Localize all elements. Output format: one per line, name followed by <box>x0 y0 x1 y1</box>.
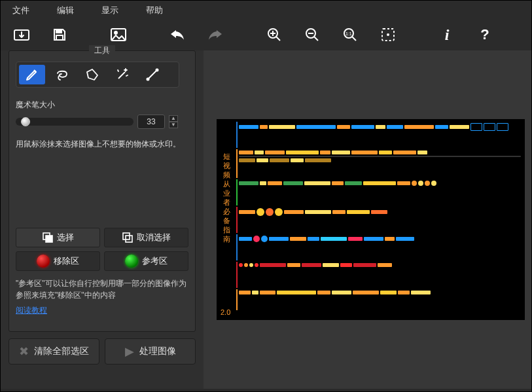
undo-button[interactable] <box>166 26 189 44</box>
zoom-in-button[interactable] <box>262 26 286 44</box>
process-button[interactable]: ▶ 处理图像 <box>105 338 196 365</box>
play-icon: ▶ <box>125 344 134 359</box>
open-button[interactable] <box>10 26 33 44</box>
spin-up[interactable]: ▲ <box>169 115 178 122</box>
save-button[interactable] <box>48 26 71 44</box>
deselect-button[interactable]: 取消选择 <box>104 228 188 247</box>
menu-bar: 文件 编辑 显示 帮助 <box>1 1 531 20</box>
zoom-out-button[interactable] <box>300 26 324 44</box>
svg-rect-16 <box>126 236 132 242</box>
sidebar: 工具 魔术笔大小 <box>1 50 204 389</box>
brush-size-slider[interactable] <box>16 118 133 126</box>
select-label: 选择 <box>57 232 74 243</box>
green-dot-icon <box>125 255 138 268</box>
svg-point-11 <box>147 79 149 80</box>
menu-view[interactable]: 显示 <box>101 5 118 16</box>
clear-all-label: 清除全部选区 <box>34 346 89 357</box>
toolbar: 1:1 i ? <box>1 20 531 50</box>
redo-button[interactable] <box>204 26 227 44</box>
reference-description: "参考区"可以让你自行控制用哪一部分的图像作为参照来填充"移除区"中的内容 <box>16 277 188 301</box>
panel-title: 工具 <box>89 45 115 56</box>
svg-rect-15 <box>123 233 130 240</box>
preview-vtitle: 短视频从业者必备指南 <box>221 152 232 243</box>
svg-point-4 <box>115 31 117 34</box>
deselect-label: 取消选择 <box>137 232 171 243</box>
spin-down[interactable]: ▼ <box>169 122 178 128</box>
menu-edit[interactable]: 编辑 <box>57 5 74 16</box>
select-button[interactable]: 选择 <box>16 228 100 247</box>
svg-rect-14 <box>46 236 52 242</box>
tool-picker <box>16 62 179 88</box>
brush-size-value[interactable]: 33 <box>137 115 165 129</box>
image-button[interactable] <box>107 26 130 44</box>
clear-all-button[interactable]: ✖ 清除全部选区 <box>9 338 99 365</box>
svg-rect-2 <box>56 35 63 40</box>
canvas[interactable]: 短视频从业者必备指南 2.0 <box>204 50 531 389</box>
menu-help[interactable]: 帮助 <box>146 5 163 16</box>
brush-hint: 用鼠标涂抹来选择图像上不想要的物体或水印。 <box>16 138 188 151</box>
lasso-tool[interactable] <box>49 65 75 84</box>
marker-tool[interactable] <box>19 65 45 84</box>
close-icon: ✖ <box>19 344 29 359</box>
zoom-fit-button[interactable] <box>376 26 400 44</box>
svg-point-12 <box>156 69 158 71</box>
polygon-tool[interactable] <box>79 65 105 84</box>
svg-text:1:1: 1:1 <box>346 31 352 36</box>
reference-label: 参考区 <box>142 255 168 267</box>
tools-panel: 工具 魔术笔大小 <box>9 50 196 332</box>
image-preview: 短视频从业者必备指南 2.0 <box>217 119 525 320</box>
red-dot-icon <box>37 255 50 268</box>
tutorial-link[interactable]: 阅读教程 <box>16 305 47 316</box>
brush-size-label: 魔术笔大小 <box>16 99 188 111</box>
help-button[interactable]: ? <box>473 26 497 44</box>
remove-label: 移除区 <box>54 255 79 267</box>
remove-area-button[interactable]: 移除区 <box>16 251 100 271</box>
menu-file[interactable]: 文件 <box>12 5 29 16</box>
process-label: 处理图像 <box>139 346 176 357</box>
svg-rect-1 <box>56 29 62 33</box>
preview-version: 2.0 <box>221 308 230 316</box>
reference-area-button[interactable]: 参考区 <box>104 251 188 271</box>
info-button[interactable]: i <box>435 26 459 44</box>
magic-wand-tool[interactable] <box>109 65 135 84</box>
svg-point-10 <box>387 33 389 36</box>
line-tool[interactable] <box>139 65 166 84</box>
slider-thumb[interactable] <box>21 117 30 126</box>
zoom-actual-button[interactable]: 1:1 <box>338 26 362 44</box>
